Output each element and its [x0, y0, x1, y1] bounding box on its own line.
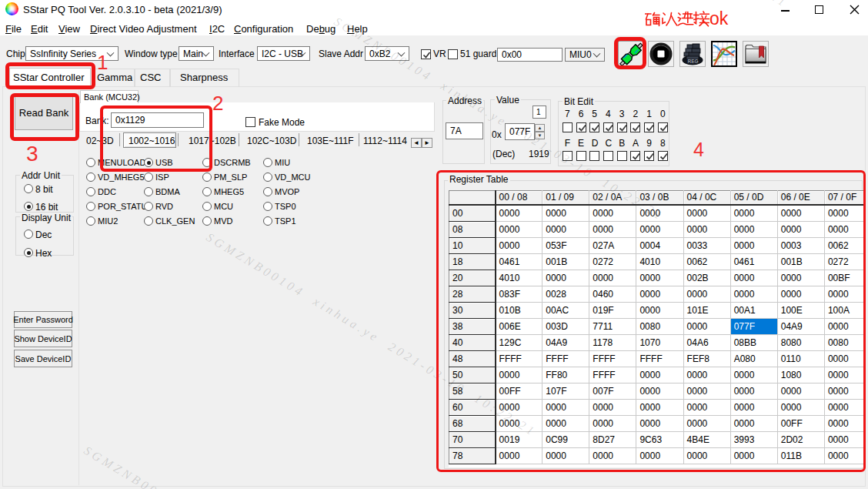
svg-text:REG: REG: [687, 59, 698, 64]
